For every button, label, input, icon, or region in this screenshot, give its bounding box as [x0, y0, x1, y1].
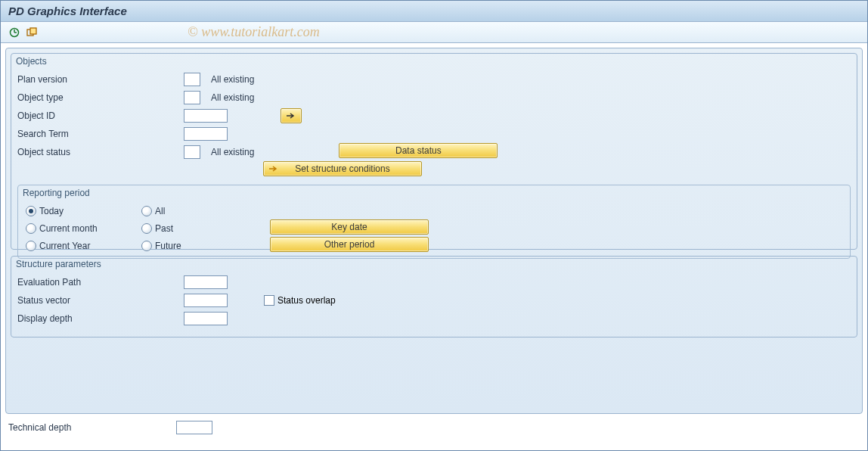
input-object-id[interactable] — [184, 109, 228, 123]
svg-rect-4 — [30, 28, 36, 34]
page-title: PD Graphics Interface — [8, 5, 127, 17]
group-reporting-period: Reporting period Today All Current month — [17, 185, 851, 259]
radio-current-month[interactable] — [26, 223, 36, 234]
group-title-structure: Structure parameters — [16, 259, 101, 269]
button-key-date[interactable]: Key date — [270, 219, 429, 235]
execute-icon[interactable] — [7, 25, 22, 40]
radio-current-year[interactable] — [26, 241, 36, 251]
input-object-type[interactable] — [184, 91, 200, 104]
toolbar: © www.tutorialkart.com — [1, 22, 867, 43]
button-other-period[interactable]: Other period — [270, 237, 429, 252]
main-panel: Objects Plan version All existing Object… — [5, 48, 863, 414]
title-bar: PD Graphics Interface — [1, 1, 867, 22]
after-plan-version: All existing — [211, 74, 254, 85]
row-plan-version: Plan version All existing — [17, 70, 851, 88]
label-past: Past — [155, 223, 173, 234]
group-title-objects: Objects — [16, 56, 47, 67]
label-all: All — [155, 206, 165, 216]
group-objects: Objects Plan version All existing Object… — [11, 53, 857, 250]
label-object-status: Object status — [17, 147, 184, 157]
input-search-term[interactable] — [184, 127, 228, 141]
radio-future[interactable] — [141, 241, 152, 251]
label-display-depth: Display depth — [17, 313, 184, 324]
label-technical-depth: Technical depth — [8, 422, 176, 433]
label-status-overlap: Status overlap — [277, 295, 336, 306]
input-plan-version[interactable] — [184, 73, 200, 86]
after-object-type: All existing — [211, 92, 254, 103]
label-current-year: Current Year — [39, 241, 90, 251]
radio-past[interactable] — [141, 223, 152, 234]
row-search-term: Search Term — [17, 125, 851, 142]
label-eval-path: Evaluation Path — [17, 277, 184, 288]
row-technical-depth: Technical depth — [8, 418, 867, 437]
multiple-selection-button[interactable] — [281, 108, 302, 123]
label-object-type: Object type — [17, 92, 184, 103]
arrow-right-icon — [286, 112, 296, 120]
row-display-depth: Display depth — [17, 309, 851, 327]
button-set-structure-conditions[interactable]: Set structure conditions — [263, 161, 422, 176]
button-data-status[interactable]: Data status — [339, 143, 498, 158]
group-title-reporting: Reporting period — [23, 188, 90, 198]
row-object-id: Object ID — [17, 107, 851, 124]
label-object-id: Object ID — [17, 110, 184, 121]
input-status-vector[interactable] — [184, 294, 228, 307]
label-search-term: Search Term — [17, 129, 184, 139]
row-object-status: Object status All existing Data status — [17, 143, 851, 160]
label-current-month: Current month — [39, 223, 98, 234]
input-object-status[interactable] — [184, 145, 200, 159]
checkbox-status-overlap[interactable] — [264, 295, 274, 306]
input-eval-path[interactable] — [184, 275, 228, 289]
label-plan-version: Plan version — [17, 74, 184, 85]
input-technical-depth[interactable] — [176, 421, 212, 434]
radio-all[interactable] — [141, 206, 152, 216]
after-object-status: All existing — [211, 147, 254, 157]
label-today: Today — [39, 206, 64, 216]
group-structure-parameters: Structure parameters Evaluation Path Sta… — [11, 256, 857, 337]
radio-today[interactable] — [26, 206, 36, 216]
row-object-type: Object type All existing — [17, 89, 851, 106]
label-future: Future — [155, 241, 181, 251]
label-status-vector: Status vector — [17, 295, 184, 306]
variant-icon[interactable] — [25, 25, 40, 40]
input-display-depth[interactable] — [184, 312, 228, 325]
watermark: © www.tutorialkart.com — [188, 24, 320, 40]
row-eval-path: Evaluation Path — [17, 273, 851, 291]
arrow-right-icon — [268, 165, 279, 173]
row-status-vector: Status vector Status overlap — [17, 291, 851, 309]
